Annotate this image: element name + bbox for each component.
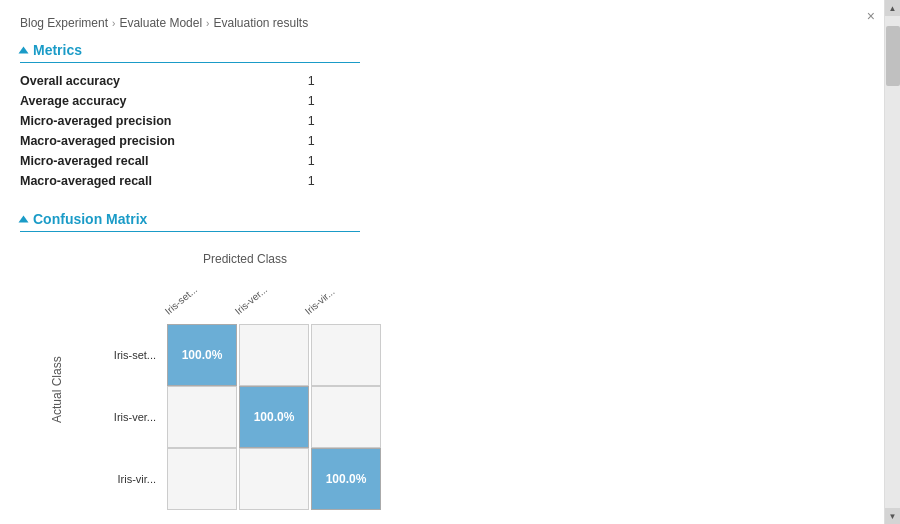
matrix-data-rows: Iris-set...100.0%Iris-ver...100.0%Iris-v… [76,324,382,510]
metric-value: 1 [308,131,360,151]
matrix-cell [311,324,381,386]
metric-label: Micro-averaged precision [20,111,308,131]
metric-label: Macro-averaged precision [20,131,308,151]
metrics-section: Metrics Overall accuracy 1 Average accur… [20,42,864,191]
matrix-data-row: Iris-vir...100.0% [76,448,382,510]
metric-label: Macro-averaged recall [20,171,308,191]
confusion-section: Confusion Matrix Predicted Class Actual … [20,211,864,510]
confusion-title: Confusion Matrix [33,211,147,227]
matrix-cell [167,448,237,510]
matrix-data-row: Iris-set...100.0% [76,324,382,386]
row-label: Iris-ver... [76,411,166,423]
matrix-cell: 100.0% [311,448,381,510]
breadcrumb-item-2[interactable]: Evaluate Model [119,16,202,30]
scroll-track [885,16,900,508]
matrix-row-area: Actual Class Iris-set...Iris-ver...Iris-… [50,270,382,510]
metrics-row: Average accuracy 1 [20,91,360,111]
metric-label: Micro-averaged recall [20,151,308,171]
metrics-row: Overall accuracy 1 [20,71,360,91]
metric-value: 1 [308,111,360,131]
metrics-section-header[interactable]: Metrics [20,42,360,63]
scroll-thumb[interactable] [886,26,900,86]
matrix-cell [239,448,309,510]
scroll-up-button[interactable]: ▲ [885,0,901,16]
row-label: Iris-set... [76,349,166,361]
metrics-table: Overall accuracy 1 Average accuracy 1 Mi… [20,71,360,191]
metrics-title: Metrics [33,42,82,58]
metrics-collapse-icon [19,47,29,54]
matrix-cell: 100.0% [167,324,237,386]
col-headers: Iris-set...Iris-ver...Iris-vir... [166,270,382,320]
metric-label: Overall accuracy [20,71,308,91]
breadcrumb-item-3: Evaluation results [213,16,308,30]
breadcrumb-sep-2: › [206,18,209,29]
breadcrumb: Blog Experiment › Evaluate Model › Evalu… [20,10,864,30]
close-button[interactable]: × [862,6,880,26]
matrix-cell [167,386,237,448]
metric-value: 1 [308,91,360,111]
scroll-down-button[interactable]: ▼ [885,508,901,524]
metrics-row: Micro-averaged recall 1 [20,151,360,171]
metric-value: 1 [308,151,360,171]
matrix-cell: 100.0% [239,386,309,448]
col-header: Iris-vir... [274,237,360,320]
confusion-collapse-icon [19,216,29,223]
metric-value: 1 [308,71,360,91]
confusion-section-header[interactable]: Confusion Matrix [20,211,360,232]
metrics-row: Micro-averaged precision 1 [20,111,360,131]
metrics-row: Macro-averaged recall 1 [20,171,360,191]
row-label: Iris-vir... [76,473,166,485]
actual-class-label: Actual Class [50,285,68,495]
metric-label: Average accuracy [20,91,308,111]
matrix-data-row: Iris-ver...100.0% [76,386,382,448]
matrix-body: Iris-set...Iris-ver...Iris-vir... Iris-s… [76,270,382,510]
main-content: × Blog Experiment › Evaluate Model › Eva… [0,0,884,524]
matrix-cell [311,386,381,448]
metrics-row: Macro-averaged precision 1 [20,131,360,151]
metric-value: 1 [308,171,360,191]
scrollbar: ▲ ▼ [884,0,900,524]
matrix-cell [239,324,309,386]
breadcrumb-sep-1: › [112,18,115,29]
confusion-chart-area: Predicted Class Actual Class Iris-set...… [20,252,864,510]
breadcrumb-item-1[interactable]: Blog Experiment [20,16,108,30]
